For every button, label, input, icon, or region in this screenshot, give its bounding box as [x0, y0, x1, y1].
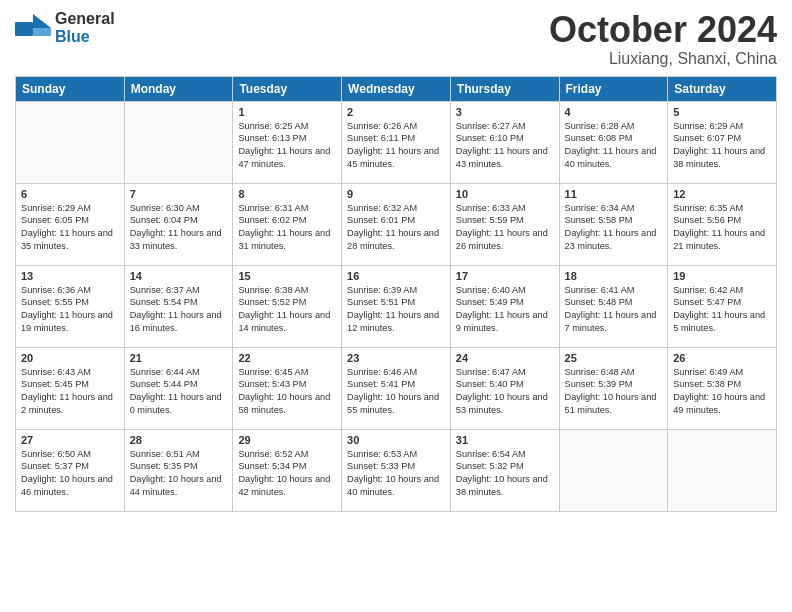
sunset-label: Sunset: 5:32 PM	[456, 461, 524, 471]
table-row: 16Sunrise: 6:39 AMSunset: 5:51 PMDayligh…	[342, 265, 451, 347]
table-row: 3Sunrise: 6:27 AMSunset: 6:10 PMDaylight…	[450, 101, 559, 183]
daylight-label: Daylight: 11 hours and 28 minutes.	[347, 228, 439, 251]
svg-marker-1	[33, 14, 51, 28]
sunrise-label: Sunrise: 6:53 AM	[347, 449, 417, 459]
calendar-body: 1Sunrise: 6:25 AMSunset: 6:13 PMDaylight…	[16, 101, 777, 511]
table-row: 23Sunrise: 6:46 AMSunset: 5:41 PMDayligh…	[342, 347, 451, 429]
day-number: 10	[456, 188, 554, 200]
day-info: Sunrise: 6:33 AMSunset: 5:59 PMDaylight:…	[456, 202, 554, 254]
day-number: 4	[565, 106, 663, 118]
day-number: 26	[673, 352, 771, 364]
calendar-week-row: 6Sunrise: 6:29 AMSunset: 6:05 PMDaylight…	[16, 183, 777, 265]
table-row: 11Sunrise: 6:34 AMSunset: 5:58 PMDayligh…	[559, 183, 668, 265]
table-row: 2Sunrise: 6:26 AMSunset: 6:11 PMDaylight…	[342, 101, 451, 183]
daylight-label: Daylight: 11 hours and 5 minutes.	[673, 310, 765, 333]
sunset-label: Sunset: 6:04 PM	[130, 215, 198, 225]
day-number: 9	[347, 188, 445, 200]
sunset-label: Sunset: 5:55 PM	[21, 297, 89, 307]
sunset-label: Sunset: 6:08 PM	[565, 133, 633, 143]
sunset-label: Sunset: 5:43 PM	[238, 379, 306, 389]
table-row: 18Sunrise: 6:41 AMSunset: 5:48 PMDayligh…	[559, 265, 668, 347]
sunrise-label: Sunrise: 6:30 AM	[130, 203, 200, 213]
sunset-label: Sunset: 5:58 PM	[565, 215, 633, 225]
sunrise-label: Sunrise: 6:42 AM	[673, 285, 743, 295]
day-info: Sunrise: 6:43 AMSunset: 5:45 PMDaylight:…	[21, 366, 119, 418]
day-number: 25	[565, 352, 663, 364]
table-row: 10Sunrise: 6:33 AMSunset: 5:59 PMDayligh…	[450, 183, 559, 265]
daylight-label: Daylight: 11 hours and 26 minutes.	[456, 228, 548, 251]
sunset-label: Sunset: 5:44 PM	[130, 379, 198, 389]
daylight-label: Daylight: 11 hours and 43 minutes.	[456, 146, 548, 169]
sunset-label: Sunset: 5:39 PM	[565, 379, 633, 389]
calendar-week-row: 1Sunrise: 6:25 AMSunset: 6:13 PMDaylight…	[16, 101, 777, 183]
col-friday: Friday	[559, 76, 668, 101]
sunset-label: Sunset: 5:59 PM	[456, 215, 524, 225]
sunset-label: Sunset: 5:35 PM	[130, 461, 198, 471]
sunrise-label: Sunrise: 6:46 AM	[347, 367, 417, 377]
sunrise-label: Sunrise: 6:31 AM	[238, 203, 308, 213]
sunrise-label: Sunrise: 6:52 AM	[238, 449, 308, 459]
day-info: Sunrise: 6:31 AMSunset: 6:02 PMDaylight:…	[238, 202, 336, 254]
sunset-label: Sunset: 5:33 PM	[347, 461, 415, 471]
sunrise-label: Sunrise: 6:28 AM	[565, 121, 635, 131]
day-number: 22	[238, 352, 336, 364]
sunrise-label: Sunrise: 6:40 AM	[456, 285, 526, 295]
daylight-label: Daylight: 11 hours and 45 minutes.	[347, 146, 439, 169]
day-info: Sunrise: 6:42 AMSunset: 5:47 PMDaylight:…	[673, 284, 771, 336]
table-row	[16, 101, 125, 183]
daylight-label: Daylight: 11 hours and 2 minutes.	[21, 392, 113, 415]
header: General Blue October 2024 Liuxiang, Shan…	[15, 10, 777, 68]
sunset-label: Sunset: 5:37 PM	[21, 461, 89, 471]
table-row: 26Sunrise: 6:49 AMSunset: 5:38 PMDayligh…	[668, 347, 777, 429]
day-number: 14	[130, 270, 228, 282]
table-row: 27Sunrise: 6:50 AMSunset: 5:37 PMDayligh…	[16, 429, 125, 511]
day-info: Sunrise: 6:54 AMSunset: 5:32 PMDaylight:…	[456, 448, 554, 500]
table-row	[668, 429, 777, 511]
sunset-label: Sunset: 6:05 PM	[21, 215, 89, 225]
day-info: Sunrise: 6:44 AMSunset: 5:44 PMDaylight:…	[130, 366, 228, 418]
day-number: 19	[673, 270, 771, 282]
daylight-label: Daylight: 10 hours and 49 minutes.	[673, 392, 765, 415]
day-info: Sunrise: 6:26 AMSunset: 6:11 PMDaylight:…	[347, 120, 445, 172]
day-info: Sunrise: 6:34 AMSunset: 5:58 PMDaylight:…	[565, 202, 663, 254]
col-thursday: Thursday	[450, 76, 559, 101]
day-number: 20	[21, 352, 119, 364]
day-info: Sunrise: 6:50 AMSunset: 5:37 PMDaylight:…	[21, 448, 119, 500]
day-info: Sunrise: 6:49 AMSunset: 5:38 PMDaylight:…	[673, 366, 771, 418]
daylight-label: Daylight: 10 hours and 44 minutes.	[130, 474, 222, 497]
title-section: October 2024 Liuxiang, Shanxi, China	[549, 10, 777, 68]
day-info: Sunrise: 6:27 AMSunset: 6:10 PMDaylight:…	[456, 120, 554, 172]
col-tuesday: Tuesday	[233, 76, 342, 101]
sunset-label: Sunset: 6:02 PM	[238, 215, 306, 225]
day-number: 1	[238, 106, 336, 118]
sunrise-label: Sunrise: 6:47 AM	[456, 367, 526, 377]
day-number: 18	[565, 270, 663, 282]
sunset-label: Sunset: 5:48 PM	[565, 297, 633, 307]
sunrise-label: Sunrise: 6:54 AM	[456, 449, 526, 459]
sunrise-label: Sunrise: 6:39 AM	[347, 285, 417, 295]
sunrise-label: Sunrise: 6:33 AM	[456, 203, 526, 213]
sunrise-label: Sunrise: 6:36 AM	[21, 285, 91, 295]
sunset-label: Sunset: 5:52 PM	[238, 297, 306, 307]
table-row: 15Sunrise: 6:38 AMSunset: 5:52 PMDayligh…	[233, 265, 342, 347]
sunset-label: Sunset: 5:56 PM	[673, 215, 741, 225]
table-row: 29Sunrise: 6:52 AMSunset: 5:34 PMDayligh…	[233, 429, 342, 511]
sunset-label: Sunset: 5:41 PM	[347, 379, 415, 389]
day-info: Sunrise: 6:45 AMSunset: 5:43 PMDaylight:…	[238, 366, 336, 418]
sunset-label: Sunset: 5:51 PM	[347, 297, 415, 307]
sunrise-label: Sunrise: 6:51 AM	[130, 449, 200, 459]
table-row: 30Sunrise: 6:53 AMSunset: 5:33 PMDayligh…	[342, 429, 451, 511]
day-number: 7	[130, 188, 228, 200]
day-info: Sunrise: 6:36 AMSunset: 5:55 PMDaylight:…	[21, 284, 119, 336]
logo-icon	[15, 14, 51, 42]
daylight-label: Daylight: 10 hours and 58 minutes.	[238, 392, 330, 415]
daylight-label: Daylight: 11 hours and 47 minutes.	[238, 146, 330, 169]
sunset-label: Sunset: 6:07 PM	[673, 133, 741, 143]
table-row: 24Sunrise: 6:47 AMSunset: 5:40 PMDayligh…	[450, 347, 559, 429]
table-row: 20Sunrise: 6:43 AMSunset: 5:45 PMDayligh…	[16, 347, 125, 429]
sunset-label: Sunset: 5:34 PM	[238, 461, 306, 471]
day-number: 11	[565, 188, 663, 200]
sunset-label: Sunset: 6:11 PM	[347, 133, 415, 143]
daylight-label: Daylight: 11 hours and 12 minutes.	[347, 310, 439, 333]
table-row: 28Sunrise: 6:51 AMSunset: 5:35 PMDayligh…	[124, 429, 233, 511]
